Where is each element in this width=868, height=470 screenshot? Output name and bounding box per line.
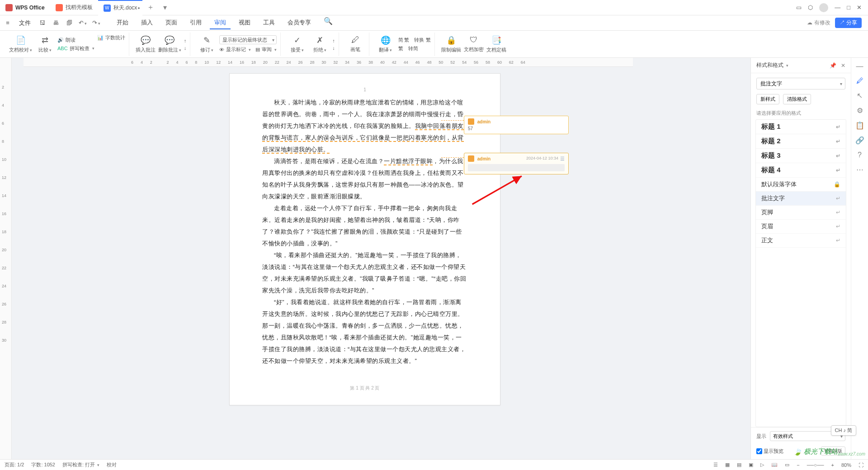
menu-ref[interactable]: 引用 xyxy=(185,17,206,29)
translate-button[interactable]: 🌐翻译▾ xyxy=(376,35,396,53)
read-button[interactable]: 🔊朗读 xyxy=(57,37,94,43)
tab-templates[interactable]: 找稻壳模板 xyxy=(50,0,98,15)
redo-icon[interactable]: ↷▾ xyxy=(91,19,101,26)
zoom-out[interactable]: − xyxy=(797,462,799,468)
view-mode-2[interactable]: ▦ xyxy=(725,462,730,468)
style-item[interactable]: 标题 4↵ xyxy=(756,163,846,178)
new-style-button[interactable]: 新样式 xyxy=(756,94,779,104)
accept-button[interactable]: ✓接受▾ xyxy=(287,35,307,53)
to-simp-button[interactable]: 繁 转简 xyxy=(398,45,431,52)
status-spell[interactable]: 拼写检查: 打开 ▾ xyxy=(62,461,99,468)
comment-menu-icon[interactable]: ☰ xyxy=(560,156,565,162)
close-panel-icon[interactable]: ✕ xyxy=(841,62,845,69)
tab-dropdown[interactable]: ▾ xyxy=(159,3,171,12)
settings-icon[interactable]: ⚙ xyxy=(857,106,863,115)
tab-app[interactable]: WPS Office xyxy=(0,0,50,15)
delete-comment-button[interactable]: 💬删除批注▾ xyxy=(158,35,181,53)
clear-format-button[interactable]: 清除格式 xyxy=(783,94,811,104)
finalize-button[interactable]: 📑文档定稿 xyxy=(486,35,506,53)
file-button[interactable]: 文件 xyxy=(16,19,33,27)
style-item[interactable]: 默认段落字体🔒 xyxy=(756,178,846,192)
style-item[interactable]: 标题 1↵ xyxy=(756,120,846,134)
pen-button[interactable]: 🖊画笔 xyxy=(345,35,365,53)
avatar-icon[interactable] xyxy=(819,3,828,12)
menu-start[interactable]: 开始 xyxy=(112,17,133,29)
encrypt-button[interactable]: 🛡文档加密 xyxy=(464,35,484,53)
preview-check[interactable]: 显示预览 xyxy=(756,448,783,455)
wordcount-button[interactable]: 📊字数统计 xyxy=(97,34,125,41)
window-minimize[interactable]: — xyxy=(835,4,840,11)
to-trad-button[interactable]: 简繁 转换繁 xyxy=(398,37,431,43)
zoom-value[interactable]: 80% xyxy=(841,462,851,468)
menu-member[interactable]: 会员专享 xyxy=(283,17,316,29)
reject-button[interactable]: ✗拒绝▾ xyxy=(310,35,330,53)
pin-icon[interactable]: 📌 xyxy=(830,62,836,69)
view-mode-3[interactable]: ▤ xyxy=(737,462,741,468)
tab-document[interactable]: W秋天.docx xyxy=(98,0,143,15)
next-comment-button[interactable]: ↓ xyxy=(184,45,187,51)
zoom-slider[interactable]: ──○── xyxy=(807,462,824,468)
style-item[interactable]: 页脚↵ xyxy=(756,206,846,220)
prev-change-button[interactable]: ↑ xyxy=(332,38,335,43)
comment-input[interactable] xyxy=(468,164,565,171)
proof-button[interactable]: 📄文档校对▾ xyxy=(9,35,32,53)
style-combo[interactable]: 批注文字 xyxy=(756,78,845,89)
para-2[interactable]: 滴滴答答，是雨在倾诉，还是心在流血？一片黯然浮于眼眸，为什么我用真挚付出的换来的… xyxy=(262,155,467,202)
status-proof[interactable]: 校对 xyxy=(107,461,117,468)
select-icon[interactable]: ↖ xyxy=(857,91,863,100)
share-button[interactable]: ↗ 分享 xyxy=(835,18,862,28)
undo-icon[interactable]: ↶▾ xyxy=(78,19,88,26)
menu-insert[interactable]: 插入 xyxy=(137,17,157,29)
save-icon[interactable]: 🖫 xyxy=(37,19,47,26)
insert-comment-button[interactable]: 💬插入批注 xyxy=(136,35,156,53)
next-change-button[interactable]: ↓ xyxy=(332,45,335,51)
status-page[interactable]: 页面: 1/2 xyxy=(5,461,24,468)
tab-add[interactable]: ＋ xyxy=(142,3,159,12)
ime-indicator[interactable]: CH ♪ 简 xyxy=(831,425,857,436)
spellcheck-button[interactable]: ABC拼写检查▾ xyxy=(57,45,94,52)
print-preview-icon[interactable]: 🗐 xyxy=(64,19,74,26)
view-mode-4[interactable]: ▣ xyxy=(749,462,753,468)
para-4[interactable]: “唉，看来那个插曲还挺大的。”她逗趣地一笑，一手揽住了我的胳膊，淡淡说道：“与其… xyxy=(262,249,467,296)
hamburger-icon[interactable]: ≡ xyxy=(3,19,13,26)
style-item[interactable]: 页眉↵ xyxy=(756,220,846,234)
highlighted-text-2[interactable]: 一片黯然浮于眼眸 xyxy=(384,158,433,165)
window-maximize[interactable]: □ xyxy=(847,4,850,11)
review-pane-button[interactable]: ▤审阅▾ xyxy=(255,46,277,53)
markup-combo[interactable]: 显示标记的最终状态 xyxy=(219,35,277,44)
layout-icon[interactable]: ▭ xyxy=(785,462,789,468)
para-5[interactable]: “好”，我看着她说道。就这样我坐着她的自行车，一路冒着雨，渐渐离开这失意的场所。… xyxy=(262,296,467,367)
status-words[interactable]: 字数: 1052 xyxy=(31,461,55,468)
link-icon[interactable]: 🔗 xyxy=(855,136,864,145)
menu-view[interactable]: 视图 xyxy=(234,17,255,29)
para-3[interactable]: 走着走着，远处一个人停下了自行车，手中撑着一把伞，匆匆向我走来。近着走来的是我的… xyxy=(262,202,467,249)
prev-comment-button[interactable]: ↑ xyxy=(184,38,187,43)
window-close[interactable]: ✕ xyxy=(857,4,862,11)
style-item[interactable]: 标题 2↵ xyxy=(756,134,846,149)
window-control-box[interactable]: ⬡ xyxy=(808,4,813,11)
style-item[interactable]: 标题 3↵ xyxy=(756,149,846,163)
para-1[interactable]: 秋天，落叶满地，冷寂的秋雨肆意地宣泄着它的情绪，用悲凉给这个喧嚣的世界调色。街巷… xyxy=(262,97,467,155)
reader-icon[interactable]: 📖 xyxy=(771,462,778,468)
zoom-in[interactable]: + xyxy=(831,462,834,468)
menu-page[interactable]: 页面 xyxy=(161,17,182,29)
print-icon[interactable]: 🖶 xyxy=(51,19,61,26)
menu-review[interactable]: 审阅 xyxy=(210,17,231,29)
view-mode-1[interactable]: ☰ xyxy=(713,462,718,468)
clipboard-icon[interactable]: 📋 xyxy=(855,121,864,130)
help-icon[interactable]: ? xyxy=(858,151,862,159)
collapse-icon[interactable]: — xyxy=(856,62,863,70)
show-markup-button[interactable]: 👁显示标记▾ xyxy=(219,46,251,53)
window-control-a[interactable]: ▭ xyxy=(796,4,802,11)
revise-button[interactable]: ✎修订▾ xyxy=(197,35,217,53)
style-item[interactable]: 批注文字↵ xyxy=(756,192,846,206)
restrict-button[interactable]: 🔒限制编辑 xyxy=(441,35,461,53)
compare-button[interactable]: ⇄比较▾ xyxy=(35,35,55,53)
more-icon[interactable]: ⋯ xyxy=(856,165,863,174)
style-pane-icon[interactable]: 🖉 xyxy=(856,77,863,85)
menu-tools[interactable]: 工具 xyxy=(259,17,279,29)
play-icon[interactable]: ▷ xyxy=(760,462,764,468)
comment-1[interactable]: admin 57 xyxy=(464,116,569,134)
search-icon[interactable]: 🔍 xyxy=(324,17,333,29)
fullscreen-icon[interactable]: ⛶ xyxy=(859,462,863,468)
